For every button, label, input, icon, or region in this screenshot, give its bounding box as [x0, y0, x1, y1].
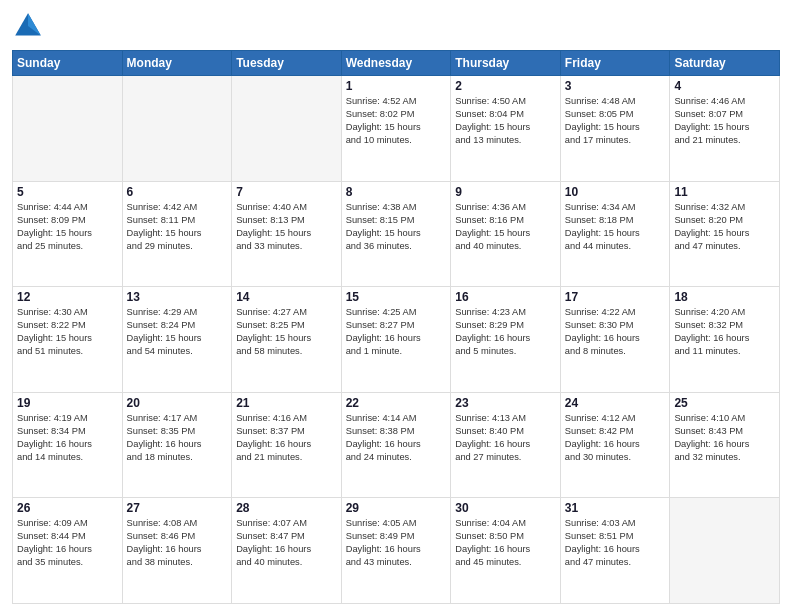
day-number: 23 [455, 396, 556, 410]
day-number: 19 [17, 396, 118, 410]
day-number: 1 [346, 79, 447, 93]
day-number: 24 [565, 396, 666, 410]
day-number: 16 [455, 290, 556, 304]
day-cell: 8Sunrise: 4:38 AM Sunset: 8:15 PM Daylig… [341, 181, 451, 287]
day-cell: 29Sunrise: 4:05 AM Sunset: 8:49 PM Dayli… [341, 498, 451, 604]
day-cell: 10Sunrise: 4:34 AM Sunset: 8:18 PM Dayli… [560, 181, 670, 287]
day-number: 12 [17, 290, 118, 304]
day-cell: 31Sunrise: 4:03 AM Sunset: 8:51 PM Dayli… [560, 498, 670, 604]
day-info: Sunrise: 4:16 AM Sunset: 8:37 PM Dayligh… [236, 412, 337, 464]
day-number: 5 [17, 185, 118, 199]
day-number: 2 [455, 79, 556, 93]
day-number: 22 [346, 396, 447, 410]
day-number: 25 [674, 396, 775, 410]
day-info: Sunrise: 4:30 AM Sunset: 8:22 PM Dayligh… [17, 306, 118, 358]
day-cell: 30Sunrise: 4:04 AM Sunset: 8:50 PM Dayli… [451, 498, 561, 604]
weekday-header-wednesday: Wednesday [341, 51, 451, 76]
day-info: Sunrise: 4:14 AM Sunset: 8:38 PM Dayligh… [346, 412, 447, 464]
day-info: Sunrise: 4:38 AM Sunset: 8:15 PM Dayligh… [346, 201, 447, 253]
day-cell: 20Sunrise: 4:17 AM Sunset: 8:35 PM Dayli… [122, 392, 232, 498]
day-number: 6 [127, 185, 228, 199]
day-info: Sunrise: 4:46 AM Sunset: 8:07 PM Dayligh… [674, 95, 775, 147]
day-cell: 26Sunrise: 4:09 AM Sunset: 8:44 PM Dayli… [13, 498, 123, 604]
day-cell: 7Sunrise: 4:40 AM Sunset: 8:13 PM Daylig… [232, 181, 342, 287]
day-info: Sunrise: 4:17 AM Sunset: 8:35 PM Dayligh… [127, 412, 228, 464]
day-number: 15 [346, 290, 447, 304]
day-info: Sunrise: 4:25 AM Sunset: 8:27 PM Dayligh… [346, 306, 447, 358]
day-info: Sunrise: 4:48 AM Sunset: 8:05 PM Dayligh… [565, 95, 666, 147]
day-cell: 5Sunrise: 4:44 AM Sunset: 8:09 PM Daylig… [13, 181, 123, 287]
day-number: 26 [17, 501, 118, 515]
day-cell: 19Sunrise: 4:19 AM Sunset: 8:34 PM Dayli… [13, 392, 123, 498]
day-number: 30 [455, 501, 556, 515]
day-info: Sunrise: 4:08 AM Sunset: 8:46 PM Dayligh… [127, 517, 228, 569]
day-number: 4 [674, 79, 775, 93]
day-number: 14 [236, 290, 337, 304]
day-number: 3 [565, 79, 666, 93]
calendar-table: SundayMondayTuesdayWednesdayThursdayFrid… [12, 50, 780, 604]
day-info: Sunrise: 4:34 AM Sunset: 8:18 PM Dayligh… [565, 201, 666, 253]
logo-icon [12, 10, 44, 42]
day-cell: 11Sunrise: 4:32 AM Sunset: 8:20 PM Dayli… [670, 181, 780, 287]
day-number: 9 [455, 185, 556, 199]
day-info: Sunrise: 4:40 AM Sunset: 8:13 PM Dayligh… [236, 201, 337, 253]
day-number: 10 [565, 185, 666, 199]
day-cell [232, 76, 342, 182]
day-cell: 2Sunrise: 4:50 AM Sunset: 8:04 PM Daylig… [451, 76, 561, 182]
day-info: Sunrise: 4:44 AM Sunset: 8:09 PM Dayligh… [17, 201, 118, 253]
day-cell [670, 498, 780, 604]
day-info: Sunrise: 4:22 AM Sunset: 8:30 PM Dayligh… [565, 306, 666, 358]
day-number: 21 [236, 396, 337, 410]
day-cell: 16Sunrise: 4:23 AM Sunset: 8:29 PM Dayli… [451, 287, 561, 393]
day-cell: 23Sunrise: 4:13 AM Sunset: 8:40 PM Dayli… [451, 392, 561, 498]
day-number: 31 [565, 501, 666, 515]
day-info: Sunrise: 4:29 AM Sunset: 8:24 PM Dayligh… [127, 306, 228, 358]
page: SundayMondayTuesdayWednesdayThursdayFrid… [0, 0, 792, 612]
weekday-header-tuesday: Tuesday [232, 51, 342, 76]
day-info: Sunrise: 4:19 AM Sunset: 8:34 PM Dayligh… [17, 412, 118, 464]
logo [12, 10, 48, 42]
weekday-header-friday: Friday [560, 51, 670, 76]
day-number: 13 [127, 290, 228, 304]
day-info: Sunrise: 4:36 AM Sunset: 8:16 PM Dayligh… [455, 201, 556, 253]
day-info: Sunrise: 4:04 AM Sunset: 8:50 PM Dayligh… [455, 517, 556, 569]
day-info: Sunrise: 4:07 AM Sunset: 8:47 PM Dayligh… [236, 517, 337, 569]
day-info: Sunrise: 4:03 AM Sunset: 8:51 PM Dayligh… [565, 517, 666, 569]
day-cell: 9Sunrise: 4:36 AM Sunset: 8:16 PM Daylig… [451, 181, 561, 287]
day-info: Sunrise: 4:20 AM Sunset: 8:32 PM Dayligh… [674, 306, 775, 358]
weekday-header-sunday: Sunday [13, 51, 123, 76]
week-row-3: 12Sunrise: 4:30 AM Sunset: 8:22 PM Dayli… [13, 287, 780, 393]
day-cell: 12Sunrise: 4:30 AM Sunset: 8:22 PM Dayli… [13, 287, 123, 393]
day-cell: 27Sunrise: 4:08 AM Sunset: 8:46 PM Dayli… [122, 498, 232, 604]
day-cell: 17Sunrise: 4:22 AM Sunset: 8:30 PM Dayli… [560, 287, 670, 393]
header [12, 10, 780, 42]
week-row-1: 1Sunrise: 4:52 AM Sunset: 8:02 PM Daylig… [13, 76, 780, 182]
weekday-header-monday: Monday [122, 51, 232, 76]
day-number: 29 [346, 501, 447, 515]
day-info: Sunrise: 4:10 AM Sunset: 8:43 PM Dayligh… [674, 412, 775, 464]
week-row-4: 19Sunrise: 4:19 AM Sunset: 8:34 PM Dayli… [13, 392, 780, 498]
weekday-header-saturday: Saturday [670, 51, 780, 76]
day-info: Sunrise: 4:32 AM Sunset: 8:20 PM Dayligh… [674, 201, 775, 253]
day-info: Sunrise: 4:50 AM Sunset: 8:04 PM Dayligh… [455, 95, 556, 147]
day-cell: 28Sunrise: 4:07 AM Sunset: 8:47 PM Dayli… [232, 498, 342, 604]
day-cell: 4Sunrise: 4:46 AM Sunset: 8:07 PM Daylig… [670, 76, 780, 182]
day-cell: 21Sunrise: 4:16 AM Sunset: 8:37 PM Dayli… [232, 392, 342, 498]
day-number: 7 [236, 185, 337, 199]
day-number: 8 [346, 185, 447, 199]
day-number: 11 [674, 185, 775, 199]
day-cell: 25Sunrise: 4:10 AM Sunset: 8:43 PM Dayli… [670, 392, 780, 498]
day-cell [13, 76, 123, 182]
day-cell [122, 76, 232, 182]
day-info: Sunrise: 4:12 AM Sunset: 8:42 PM Dayligh… [565, 412, 666, 464]
day-info: Sunrise: 4:27 AM Sunset: 8:25 PM Dayligh… [236, 306, 337, 358]
day-cell: 18Sunrise: 4:20 AM Sunset: 8:32 PM Dayli… [670, 287, 780, 393]
day-cell: 1Sunrise: 4:52 AM Sunset: 8:02 PM Daylig… [341, 76, 451, 182]
week-row-2: 5Sunrise: 4:44 AM Sunset: 8:09 PM Daylig… [13, 181, 780, 287]
day-number: 20 [127, 396, 228, 410]
day-info: Sunrise: 4:52 AM Sunset: 8:02 PM Dayligh… [346, 95, 447, 147]
day-cell: 6Sunrise: 4:42 AM Sunset: 8:11 PM Daylig… [122, 181, 232, 287]
day-info: Sunrise: 4:23 AM Sunset: 8:29 PM Dayligh… [455, 306, 556, 358]
day-cell: 15Sunrise: 4:25 AM Sunset: 8:27 PM Dayli… [341, 287, 451, 393]
day-number: 27 [127, 501, 228, 515]
